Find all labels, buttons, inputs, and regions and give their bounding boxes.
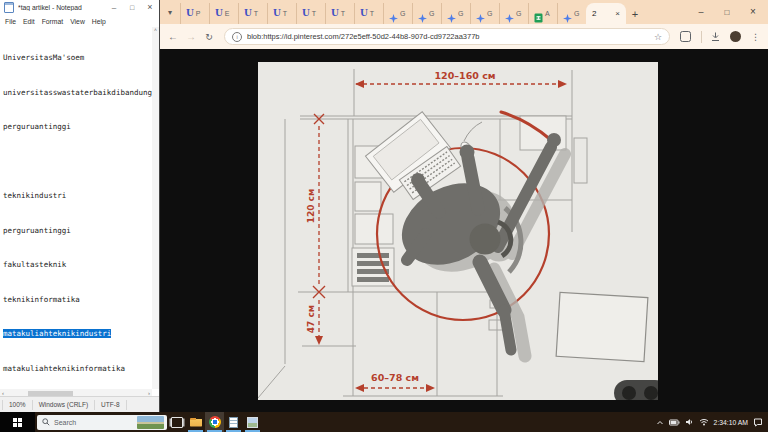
forward-button[interactable] [182, 31, 200, 42]
gemini-favicon [505, 9, 514, 18]
text-line: universitasswastaterbaikdibandung [3, 87, 152, 99]
ergonomic-diagram-image[interactable]: 120–160 см 120 см 47 см 60–78 см [258, 62, 658, 400]
active-tab[interactable]: 2 [586, 3, 626, 24]
new-tab-button[interactable] [626, 3, 644, 24]
browser-tab[interactable]: T [238, 3, 267, 24]
text-line: perguruantinggi [3, 225, 152, 237]
browser-tab[interactable]: E [209, 3, 238, 24]
notepad-window: *tag artikel - Notepad File Edit Format … [0, 0, 160, 412]
volume-icon[interactable] [685, 418, 694, 426]
browser-tab[interactable]: G [557, 3, 586, 24]
browser-tab[interactable]: A [528, 3, 557, 24]
u-favicon [215, 9, 223, 18]
photos-icon [247, 417, 258, 428]
browser-tab[interactable]: T [296, 3, 325, 24]
tray-expand-icon[interactable] [656, 420, 664, 425]
text-line: fakultasteknik [3, 259, 152, 271]
page-info-icon[interactable] [232, 32, 242, 42]
notepad-taskbar-button[interactable] [224, 412, 243, 432]
browser-menu-icon[interactable] [751, 32, 760, 42]
text-line: teknikinformatika [3, 294, 152, 306]
chrome-close-button[interactable] [740, 0, 766, 24]
folder-icon [190, 418, 202, 427]
browser-tab[interactable]: T [267, 3, 296, 24]
menu-edit[interactable]: Edit [23, 18, 35, 25]
action-center-icon[interactable] [753, 418, 763, 427]
menu-help[interactable]: Help [92, 18, 106, 25]
battery-icon[interactable] [669, 419, 680, 426]
sheets-favicon [534, 9, 543, 19]
u-favicon [302, 9, 310, 18]
browser-tab[interactable]: G [383, 3, 412, 24]
browser-tab[interactable]: T [354, 3, 383, 24]
profile-avatar[interactable] [730, 31, 741, 42]
dim-top-label: 120–160 см [434, 70, 495, 81]
watermark-logo [614, 380, 658, 400]
notepad-minimize-button[interactable] [105, 0, 123, 15]
chrome-window-controls [688, 0, 766, 24]
u-favicon [244, 9, 252, 18]
windows-taskbar: Search 2:34:10 AM [0, 412, 768, 432]
file-explorer-button[interactable] [186, 412, 205, 432]
browser-tab[interactable]: G [412, 3, 441, 24]
reload-button[interactable] [200, 31, 218, 42]
search-highlight-image[interactable] [137, 416, 164, 429]
dim-bottom-label: 60–78 см [371, 372, 419, 383]
side-panel-icon[interactable] [680, 31, 691, 42]
menu-file[interactable]: File [5, 18, 16, 25]
search-icon [42, 418, 50, 426]
u-favicon [186, 9, 194, 18]
windows-logo-icon [13, 418, 22, 427]
downloads-icon[interactable] [710, 31, 721, 42]
gemini-favicon [563, 9, 572, 18]
gemini-favicon [447, 9, 456, 18]
notepad-maximize-button[interactable] [123, 0, 141, 15]
scroll-up-icon[interactable] [152, 27, 159, 34]
status-zoom: 100% [2, 400, 33, 410]
u-favicon [273, 9, 281, 18]
gemini-favicon [476, 9, 485, 18]
back-button[interactable] [164, 31, 182, 42]
notepad-icon [229, 417, 238, 428]
chrome-toolbar: blob:https://id.pinterest.com/272e5eff-5… [160, 24, 768, 49]
chrome-minimize-button[interactable] [688, 0, 714, 24]
toolbar-divider [701, 31, 702, 43]
notepad-menubar: File Edit Format View Help [0, 15, 159, 27]
notepad-app-icon [4, 2, 14, 13]
chrome-taskbar-button[interactable] [205, 412, 224, 432]
gemini-favicon [389, 9, 398, 18]
notepad-statusbar: 100% Windows (CRLF) UTF-8 [0, 396, 159, 412]
notepad-close-button[interactable] [141, 0, 159, 15]
menu-format[interactable]: Format [42, 18, 64, 25]
photos-taskbar-button[interactable] [243, 412, 262, 432]
browser-tab[interactable]: P [180, 3, 209, 24]
text-line [3, 156, 152, 168]
notepad-vertical-scrollbar[interactable] [152, 27, 159, 389]
browser-tab[interactable]: G [441, 3, 470, 24]
chrome-maximize-button[interactable] [714, 0, 740, 24]
tab-search-button[interactable] [160, 0, 180, 24]
task-view-button[interactable] [167, 412, 186, 432]
scrollbar-thumb[interactable] [28, 391, 73, 396]
start-button[interactable] [0, 412, 35, 432]
notepad-window-title: *tag artikel - Notepad [18, 4, 105, 11]
notepad-text-area[interactable]: UniversitasMa'soem universitasswastaterb… [0, 27, 152, 389]
taskbar-clock[interactable]: 2:34:10 AM [714, 419, 748, 426]
bookmark-star-icon[interactable] [654, 32, 662, 42]
notepad-titlebar[interactable]: *tag artikel - Notepad [0, 0, 159, 15]
u-favicon [360, 9, 368, 18]
browser-tab[interactable]: G [499, 3, 528, 24]
search-label: Search [54, 419, 76, 426]
network-icon[interactable] [699, 418, 709, 426]
text-line-selected: matakuliahteknikindustri [3, 328, 152, 340]
chrome-icon [209, 416, 221, 428]
dim-left-label: 120 см [306, 189, 316, 224]
browser-tab[interactable]: G [470, 3, 499, 24]
menu-view[interactable]: View [70, 18, 85, 25]
taskbar-search-box[interactable]: Search [37, 415, 167, 430]
status-encoding: UTF-8 [95, 400, 126, 410]
browser-tab[interactable]: T [325, 3, 354, 24]
address-bar[interactable]: blob:https://id.pinterest.com/272e5eff-5… [224, 28, 670, 45]
tab-close-icon[interactable] [615, 9, 620, 18]
gemini-favicon [418, 9, 427, 18]
